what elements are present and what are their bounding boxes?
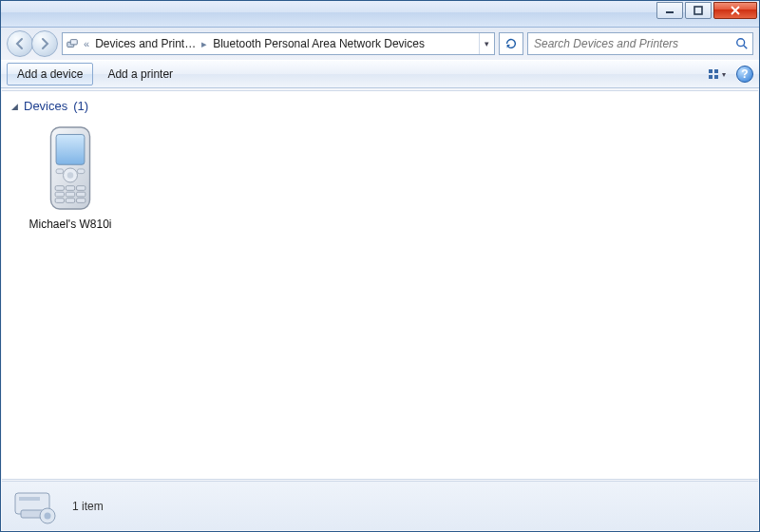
svg-rect-24 xyxy=(77,199,86,203)
view-options-button[interactable] xyxy=(706,65,727,84)
svg-rect-22 xyxy=(55,199,64,203)
svg-rect-11 xyxy=(56,135,85,165)
svg-rect-26 xyxy=(19,497,40,501)
minimize-button[interactable] xyxy=(656,2,683,19)
location-icon xyxy=(63,37,82,50)
help-button[interactable]: ? xyxy=(736,66,753,83)
svg-rect-8 xyxy=(709,75,712,79)
svg-rect-9 xyxy=(714,75,718,79)
group-count: (1) xyxy=(73,99,88,113)
add-printer-button[interactable]: Add a printer xyxy=(97,63,183,86)
maximize-button[interactable] xyxy=(685,2,712,19)
svg-point-4 xyxy=(737,39,745,47)
nav-buttons xyxy=(7,30,58,57)
svg-point-29 xyxy=(45,512,51,519)
device-item[interactable]: Michael's W810i xyxy=(17,123,124,231)
svg-rect-15 xyxy=(77,169,84,174)
content-area: ◢ Devices (1) xyxy=(2,90,758,480)
phone-icon xyxy=(36,123,104,214)
nav-row: « Devices and Print… ▸ Bluetooth Persona… xyxy=(1,28,759,60)
add-device-button[interactable]: Add a device xyxy=(7,63,93,86)
svg-rect-17 xyxy=(66,186,74,191)
svg-rect-0 xyxy=(666,11,674,13)
titlebar xyxy=(1,1,759,28)
svg-rect-18 xyxy=(77,186,86,191)
svg-rect-19 xyxy=(55,192,64,197)
svg-point-13 xyxy=(67,172,74,179)
svg-rect-14 xyxy=(56,169,63,174)
group-label: Devices xyxy=(24,99,67,113)
search-icon[interactable] xyxy=(732,37,752,50)
device-grid: Michael's W810i xyxy=(11,117,749,237)
address-dropdown[interactable]: ▾ xyxy=(479,33,494,54)
details-pane: 1 item xyxy=(2,481,758,530)
breadcrumb-segment-1[interactable]: Devices and Print… xyxy=(91,33,200,54)
forward-button[interactable] xyxy=(31,30,58,57)
command-bar: Add a device Add a printer ? xyxy=(1,60,759,88)
collapse-triangle-icon: ◢ xyxy=(11,102,18,111)
svg-rect-21 xyxy=(77,192,86,197)
back-button[interactable] xyxy=(7,30,33,57)
svg-rect-6 xyxy=(709,69,712,73)
search-box[interactable] xyxy=(527,32,753,55)
search-input[interactable] xyxy=(528,37,732,50)
explorer-window: « Devices and Print… ▸ Bluetooth Persona… xyxy=(0,0,760,532)
details-category-icon xyxy=(11,487,61,525)
svg-rect-16 xyxy=(55,186,64,191)
svg-rect-3 xyxy=(70,40,77,45)
chevron-right-icon: ▸ xyxy=(200,38,209,50)
chevron-left-icon: « xyxy=(82,38,91,49)
device-label: Michael's W810i xyxy=(17,218,124,231)
group-header-devices[interactable]: ◢ Devices (1) xyxy=(11,95,749,117)
svg-rect-23 xyxy=(66,199,74,203)
svg-rect-7 xyxy=(714,69,718,73)
svg-line-5 xyxy=(744,46,748,49)
close-button[interactable] xyxy=(713,2,757,19)
breadcrumb-segment-2[interactable]: Bluetooth Personal Area Network Devices xyxy=(209,33,428,54)
svg-rect-1 xyxy=(694,7,702,14)
refresh-button[interactable] xyxy=(499,32,523,55)
svg-rect-20 xyxy=(66,192,74,197)
details-summary: 1 item xyxy=(72,500,104,513)
address-bar[interactable]: « Devices and Print… ▸ Bluetooth Persona… xyxy=(62,32,495,55)
